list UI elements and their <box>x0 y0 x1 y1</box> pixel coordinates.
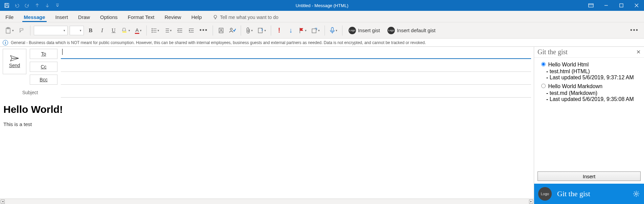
policy-info-text: General - Business data which is NOT mea… <box>11 40 426 45</box>
dictate-button[interactable]: ▾ <box>328 25 339 36</box>
svg-rect-17 <box>331 27 333 31</box>
ribbon-tabs: File Message Insert Draw Options Format … <box>0 11 644 22</box>
svg-rect-4 <box>620 4 623 7</box>
undo-icon[interactable] <box>13 1 21 9</box>
highlight-button[interactable]: ▾ <box>120 25 132 36</box>
next-item-icon[interactable] <box>43 1 51 9</box>
tab-options[interactable]: Options <box>99 12 119 22</box>
save-icon[interactable] <box>3 1 11 9</box>
ribbon-toolbar: ▾ ▾ ▾ B I U ▾ A▾ ▾ ▾ ••• ▾ ▾ ! ↓ ▾ ▾ ▾ L… <box>0 22 644 39</box>
underline-button[interactable]: U <box>109 25 118 36</box>
signature-button[interactable]: ▾ <box>256 25 267 36</box>
gist-file: test.html (HTML) <box>546 68 639 75</box>
svg-rect-3 <box>589 4 593 7</box>
address-book-button[interactable] <box>216 25 226 36</box>
tab-message[interactable]: Message <box>22 12 46 22</box>
send-button[interactable]: Send <box>3 49 26 74</box>
gist-option[interactable]: Hello World Markdown test.md (Markdown) … <box>540 83 639 102</box>
bcc-field[interactable] <box>61 75 531 85</box>
cc-field[interactable] <box>61 62 531 72</box>
cc-button[interactable]: Cc <box>30 62 57 72</box>
font-name-combo[interactable]: ▾ <box>34 26 68 35</box>
gist-radio[interactable] <box>541 84 546 88</box>
compose-area: Send To Cc Bcc Subject <box>0 47 534 204</box>
gist-logo-icon: Logo <box>387 27 395 34</box>
close-icon[interactable] <box>629 0 644 11</box>
tab-draw[interactable]: Draw <box>77 12 91 22</box>
gist-updated: Last updated 5/6/2019, 9:37:12 AM <box>546 75 639 81</box>
bcc-button[interactable]: Bcc <box>30 75 57 85</box>
tab-review[interactable]: Review <box>163 12 183 22</box>
scroll-right-icon[interactable]: ▸ <box>529 200 533 204</box>
scroll-left-icon[interactable]: ◂ <box>1 200 5 204</box>
italic-button[interactable]: I <box>97 25 107 36</box>
policy-info-bar: i General - Business data which is NOT m… <box>0 39 644 47</box>
to-button[interactable]: To <box>30 49 57 59</box>
svg-point-14 <box>230 28 232 30</box>
more-formatting-icon[interactable]: ••• <box>198 25 209 36</box>
svg-point-10 <box>152 30 152 31</box>
footer-title: Git the gist <box>557 189 627 198</box>
pane-title: Git the gist <box>538 48 568 56</box>
gear-icon[interactable] <box>633 190 640 198</box>
body-text: This is a test <box>3 121 530 127</box>
tab-insert[interactable]: Insert <box>54 12 70 22</box>
addin-task-pane: Git the gist ✕ Hello World Html test.htm… <box>534 47 644 204</box>
gist-name: Hello World Html <box>548 62 589 67</box>
ribbon-overflow-icon[interactable]: ••• <box>629 25 640 36</box>
subject-label: Subject <box>3 90 57 95</box>
check-names-button[interactable] <box>228 25 237 36</box>
previous-item-icon[interactable] <box>33 1 41 9</box>
numbering-button[interactable]: ▾ <box>163 25 173 36</box>
window-controls <box>583 0 644 11</box>
assign-policy-button[interactable]: ▾ <box>310 25 321 36</box>
gist-logo-icon: Logo <box>349 27 356 34</box>
ribbon-display-options-icon[interactable] <box>583 0 598 11</box>
body-heading: Hello World! <box>3 104 530 115</box>
high-importance-button[interactable]: ! <box>275 25 284 36</box>
tab-help[interactable]: Help <box>190 12 203 22</box>
horizontal-scrollbar[interactable]: ◂ ▸ <box>0 199 534 204</box>
insert-default-gist-label: Insert default gist <box>397 27 435 33</box>
tab-format-text[interactable]: Format Text <box>126 12 156 22</box>
gist-updated: Last updated 5/6/2019, 9:35:08 AM <box>546 96 639 102</box>
bullets-button[interactable]: ▾ <box>150 25 161 36</box>
paste-button[interactable]: ▾ <box>4 25 15 36</box>
gist-file: test.md (Markdown) <box>546 90 639 96</box>
minimize-icon[interactable] <box>598 0 614 11</box>
insert-gist-button[interactable]: Logo Insert gist <box>346 25 383 36</box>
insert-button[interactable]: Insert <box>538 171 641 181</box>
redo-icon[interactable] <box>23 1 31 9</box>
maximize-icon[interactable] <box>614 0 629 11</box>
format-painter-button[interactable] <box>17 25 27 36</box>
qat-customize-icon[interactable] <box>53 1 62 9</box>
message-body[interactable]: Hello World! This is a test <box>0 98 534 199</box>
font-size-combo[interactable]: ▾ <box>70 26 84 35</box>
svg-rect-2 <box>5 6 8 7</box>
gist-radio[interactable] <box>541 62 546 66</box>
insert-gist-label: Insert gist <box>358 27 380 33</box>
subject-field[interactable] <box>61 87 531 98</box>
bold-button[interactable]: B <box>86 25 95 36</box>
send-label: Send <box>9 63 20 68</box>
tell-me-search[interactable]: Tell me what you want to do <box>213 15 279 22</box>
svg-rect-16 <box>312 29 316 33</box>
gist-name: Hello World Markdown <box>548 83 602 89</box>
low-importance-button[interactable]: ↓ <box>286 25 295 36</box>
follow-up-button[interactable]: ▾ <box>297 25 308 36</box>
svg-point-5 <box>214 15 217 18</box>
pane-close-icon[interactable]: ✕ <box>636 49 641 55</box>
to-field[interactable] <box>61 49 531 59</box>
insert-default-gist-button[interactable]: Logo Insert default gist <box>385 25 438 36</box>
window-title: Untitled - Message (HTML) <box>0 3 644 8</box>
increase-indent-button[interactable] <box>187 25 196 36</box>
decrease-indent-button[interactable] <box>175 25 185 36</box>
gist-option[interactable]: Hello World Html test.html (HTML) Last u… <box>540 61 639 81</box>
info-icon: i <box>3 40 8 45</box>
tab-file[interactable]: File <box>4 12 15 22</box>
attach-file-button[interactable]: ▾ <box>244 25 254 36</box>
quick-access-toolbar <box>0 0 62 11</box>
footer-logo-icon: Logo <box>538 187 552 201</box>
send-icon <box>10 55 19 61</box>
font-color-button[interactable]: A▾ <box>134 25 143 36</box>
